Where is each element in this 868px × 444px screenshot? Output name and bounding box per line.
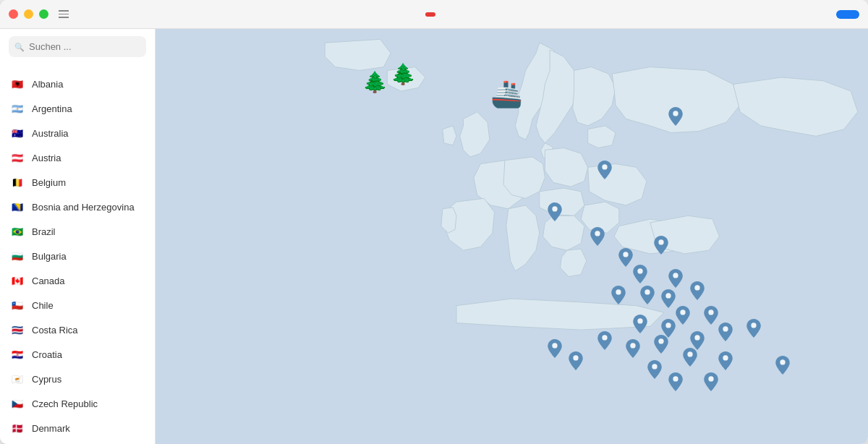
- list-item[interactable]: 🇩🇰Denmark: [0, 416, 155, 440]
- list-item[interactable]: 🇦🇷Argentina: [0, 96, 155, 121]
- app-window: 🇦🇱Albania🇦🇷Argentina🇦🇺Australia🇦🇹Austria…: [0, 0, 868, 444]
- status-badge: [425, 12, 435, 17]
- tree-icon-1: 🌲: [362, 70, 388, 94]
- titlebar-center: [425, 12, 443, 17]
- minimize-button[interactable]: [24, 9, 33, 19]
- flag-icon: 🇧🇦: [10, 200, 25, 214]
- traffic-lights: [9, 9, 48, 19]
- country-name: Chile: [32, 300, 54, 311]
- flag-icon: 🇧🇷: [10, 224, 25, 239]
- list-item[interactable]: 🇦🇺Australia: [0, 121, 155, 145]
- flag-icon: 🇧🇬: [10, 249, 25, 263]
- list-item[interactable]: 🇧🇷Brazil: [0, 219, 155, 244]
- list-item[interactable]: 🇨🇾Cyprus: [0, 367, 155, 391]
- tree-icon-2: 🌲: [391, 62, 416, 86]
- maximize-button[interactable]: [39, 9, 48, 19]
- flag-icon: 🇦🇱: [10, 77, 25, 91]
- flag-icon: 🇭🇷: [10, 347, 25, 362]
- list-item[interactable]: 🇪🇪Estonia: [0, 440, 155, 444]
- country-name: Albania: [32, 79, 63, 90]
- flag-icon: 🇦🇹: [10, 150, 25, 165]
- country-name: Belgium: [32, 177, 66, 188]
- search-input[interactable]: [9, 36, 146, 57]
- search-wrapper: [9, 36, 146, 57]
- country-name: Bosnia and Herzegovina: [32, 202, 135, 213]
- main-content: 🇦🇱Albania🇦🇷Argentina🇦🇺Australia🇦🇹Austria…: [0, 29, 868, 444]
- list-item[interactable]: 🇨🇦Canada: [0, 268, 155, 293]
- flag-icon: 🇩🇰: [10, 421, 25, 435]
- country-name: Costa Rica: [32, 325, 78, 336]
- country-name: Czech Republic: [32, 398, 98, 409]
- country-name: Bulgaria: [32, 251, 67, 262]
- flag-icon: 🇨🇷: [10, 323, 25, 337]
- flag-icon: 🇨🇾: [10, 372, 25, 386]
- list-item[interactable]: 🇦🇱Albania: [0, 72, 155, 96]
- flag-icon: 🇨🇿: [10, 396, 25, 411]
- list-item[interactable]: 🇨🇷Costa Rica: [0, 317, 155, 342]
- country-name: Austria: [32, 153, 61, 163]
- country-name: Brazil: [32, 226, 56, 237]
- map-area: 🌲 🌲 🚢: [156, 29, 868, 444]
- country-name: Croatia: [32, 349, 62, 360]
- country-name: Denmark: [32, 423, 70, 434]
- titlebar: [0, 0, 868, 29]
- country-name: Canada: [32, 276, 65, 286]
- flag-icon: 🇦🇷: [10, 101, 25, 116]
- list-item[interactable]: 🇧🇦Bosnia and Herzegovina: [0, 195, 155, 219]
- sidebar: 🇦🇱Albania🇦🇷Argentina🇦🇺Australia🇦🇹Austria…: [0, 29, 156, 444]
- list-item[interactable]: 🇧🇬Bulgaria: [0, 244, 155, 268]
- country-name: Argentina: [32, 103, 72, 114]
- list-item[interactable]: 🇭🇷Croatia: [0, 342, 155, 367]
- country-list: 🇦🇱Albania🇦🇷Argentina🇦🇺Australia🇦🇹Austria…: [0, 72, 155, 444]
- flag-icon: 🇦🇺: [10, 126, 25, 140]
- close-button[interactable]: [9, 9, 18, 19]
- list-item[interactable]: 🇦🇹Austria: [0, 145, 155, 170]
- flag-icon: 🇨🇱: [10, 298, 25, 312]
- list-item[interactable]: 🇨🇿Czech Republic: [0, 391, 155, 416]
- ship-icon: 🚢: [490, 79, 523, 109]
- list-item[interactable]: 🇨🇱Chile: [0, 293, 155, 317]
- country-name: Australia: [32, 128, 69, 139]
- list-item[interactable]: 🇧🇪Belgium: [0, 170, 155, 195]
- quick-connect-button[interactable]: [836, 10, 859, 19]
- flag-icon: 🇧🇪: [10, 175, 25, 189]
- menu-button[interactable]: [59, 10, 69, 18]
- country-name: Cyprus: [32, 374, 61, 385]
- flag-icon: 🇨🇦: [10, 273, 25, 288]
- section-label: [0, 64, 155, 72]
